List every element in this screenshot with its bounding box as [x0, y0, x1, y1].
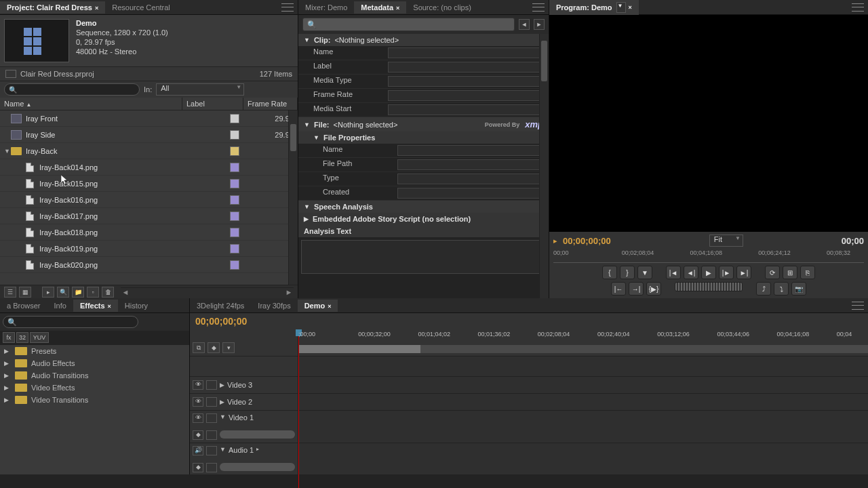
tab-effects[interactable]: Effects×	[73, 300, 118, 312]
tab-project[interactable]: Project: Clair Red Dress×	[0, 1, 105, 14]
video-track-header[interactable]: 👁▶Video 2	[190, 394, 298, 411]
marker-button[interactable]: ◆	[208, 342, 220, 353]
metadata-scrollbar[interactable]	[539, 34, 549, 298]
effects-folder[interactable]: ▶Video Transitions	[0, 394, 189, 406]
eye-icon[interactable]: 👁	[193, 397, 203, 407]
export-frame-button[interactable]: 📷	[791, 282, 806, 296]
label-swatch[interactable]	[230, 228, 239, 237]
col-header-name[interactable]: Name ▲	[0, 98, 182, 110]
eye-icon[interactable]: 👁	[193, 413, 203, 423]
panel-menu-icon[interactable]	[532, 3, 545, 12]
audio-track-header[interactable]: 🔊▼Audio 1▸◆	[190, 443, 298, 474]
metadata-value[interactable]	[388, 90, 543, 101]
project-item[interactable]: Iray-Back014.png	[0, 159, 298, 176]
keyframe-icon[interactable]: ◆	[193, 430, 203, 440]
label-swatch[interactable]	[230, 130, 239, 140]
play-button[interactable]: ▶	[701, 266, 716, 279]
project-item[interactable]: Iray-Back017.png	[0, 208, 298, 224]
list-view-button[interactable]: ☰	[4, 287, 16, 298]
chevron-icon[interactable]: ▼	[220, 446, 226, 453]
chevron-icon[interactable]: ▼	[220, 413, 226, 420]
project-item[interactable]: ▼Iray-Back	[0, 143, 298, 159]
find-button[interactable]: 🔍	[57, 287, 69, 298]
tab-program[interactable]: Program: Demo×	[549, 0, 639, 15]
project-item[interactable]: Iray Side29.97 f	[0, 127, 298, 143]
tab-history[interactable]: History	[118, 300, 155, 312]
clip-section-header[interactable]: ▼Clip: <Nothing selected>	[298, 34, 549, 46]
sequence-thumbnail[interactable]	[4, 19, 69, 62]
timeline-tab[interactable]: 3Delight 24fps	[190, 300, 251, 312]
video-track-lane[interactable]	[298, 411, 868, 443]
panel-menu-icon[interactable]	[852, 3, 864, 12]
speech-section-header[interactable]: ▼Speech Analysis	[298, 201, 549, 213]
panel-menu-icon[interactable]	[281, 3, 294, 12]
metadata-value[interactable]	[388, 47, 543, 58]
lock-icon[interactable]	[206, 413, 217, 423]
play-in-out-button[interactable]: {▶}	[646, 282, 661, 296]
chevron-icon[interactable]: ▶	[220, 382, 224, 388]
project-item[interactable]: Iray-Back015.png	[0, 176, 298, 192]
label-swatch[interactable]	[230, 244, 239, 253]
prev-button[interactable]: ◄	[519, 19, 530, 30]
project-scrollbar[interactable]	[288, 110, 298, 285]
metadata-value[interactable]	[397, 159, 543, 170]
col-header-framerate[interactable]: Frame Rate	[243, 98, 298, 110]
track-options-icon[interactable]	[206, 430, 217, 440]
lock-icon[interactable]	[206, 380, 217, 390]
audio-track-lane[interactable]	[298, 443, 868, 474]
panel-menu-icon[interactable]	[852, 302, 864, 310]
program-monitor-view[interactable]	[549, 15, 868, 232]
embedded-script-header[interactable]: ▶Embedded Adobe Story Script (no selecti…	[298, 213, 549, 225]
file-section-header[interactable]: ▼File: <Nothing selected>Powered Byxmp	[298, 117, 549, 131]
metadata-search[interactable]: 🔍	[302, 18, 515, 31]
speaker-icon[interactable]: 🔊	[193, 446, 203, 455]
new-bin-button[interactable]: 📁	[72, 287, 84, 298]
project-item[interactable]: Iray-Back018.png	[0, 224, 298, 241]
timeline-timecode[interactable]: 00;00;00;00	[195, 316, 247, 327]
loop-button[interactable]: ⟳	[765, 266, 780, 279]
program-ruler[interactable]: 00;0000;02;08;0400;04;16;0800;06;24;1200…	[553, 249, 864, 263]
tab-source[interactable]: Source: (no clips)	[406, 1, 478, 14]
32bit-button[interactable]: 32	[16, 332, 28, 343]
project-search[interactable]: 🔍	[4, 83, 140, 96]
go-to-next-marker-button[interactable]: →|	[629, 282, 644, 296]
tab-mixer[interactable]: Mixer: Demo	[298, 1, 354, 14]
analysis-text-area[interactable]	[301, 240, 546, 274]
timeline-tab[interactable]: Demo×	[298, 300, 338, 312]
close-icon[interactable]: ×	[108, 303, 111, 310]
file-properties-header[interactable]: ▼File Properties	[298, 131, 549, 144]
tab-resource-central[interactable]: Resource Central	[105, 1, 177, 14]
new-item-button[interactable]: ▫	[87, 287, 99, 298]
go-to-in-button[interactable]: |◄	[666, 266, 681, 279]
metadata-value[interactable]	[397, 174, 543, 184]
automate-to-seq-button[interactable]: ▸	[42, 287, 54, 298]
effects-folder[interactable]: ▶Video Effects	[0, 382, 189, 394]
label-swatch[interactable]	[230, 163, 239, 172]
icon-view-button[interactable]: ▦	[19, 287, 31, 298]
tab-info[interactable]: Info	[47, 300, 73, 312]
close-icon[interactable]: ×	[328, 303, 331, 310]
label-swatch[interactable]	[230, 179, 239, 188]
in-filter-select[interactable]: All	[156, 83, 244, 96]
jog-wheel[interactable]	[675, 282, 743, 291]
effects-search[interactable]: 🔍	[3, 316, 138, 328]
project-item[interactable]: Iray Front29.97 f	[0, 110, 298, 127]
set-encore-button[interactable]: ▾	[222, 342, 235, 353]
keyframe-icon[interactable]: ◆	[193, 463, 203, 472]
mark-in-button[interactable]: {	[602, 266, 617, 279]
tab-media-browser[interactable]: a Browser	[0, 300, 47, 312]
lift-button[interactable]: ⤴	[756, 282, 771, 296]
tab-metadata[interactable]: Metadata×	[354, 1, 406, 14]
project-item[interactable]: Iray-Back019.png	[0, 241, 298, 257]
chevron-icon[interactable]: ▶	[220, 399, 224, 405]
program-timecode[interactable]: 00;00;00;00	[563, 236, 611, 246]
delete-button[interactable]: 🗑	[102, 287, 114, 298]
video-track-lane[interactable]	[298, 394, 868, 411]
effects-folder[interactable]: ▶Audio Effects	[0, 357, 189, 369]
scroll-right-icon[interactable]: ►	[284, 288, 294, 296]
label-swatch[interactable]	[230, 211, 239, 221]
video-track-header[interactable]: 👁▼Video 1◆	[190, 411, 298, 443]
video-track-header[interactable]: 👁▶Video 3	[190, 377, 298, 394]
scroll-left-icon[interactable]: ◄	[121, 288, 130, 296]
snap-button[interactable]: ⧉	[193, 342, 205, 353]
